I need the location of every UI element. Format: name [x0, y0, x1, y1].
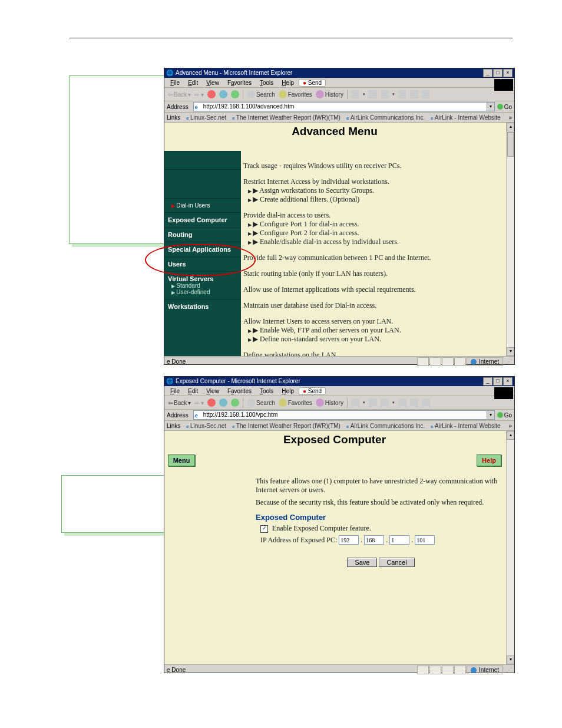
realplayer-button[interactable]	[410, 398, 418, 407]
mail-button[interactable]	[351, 398, 359, 407]
minimize-button[interactable]: _	[483, 377, 492, 386]
forward-button[interactable]: ⇨ ▾	[194, 400, 204, 406]
save-button[interactable]: Save	[347, 558, 377, 567]
vertical-scrollbar[interactable]: ▴ ▾	[506, 431, 514, 664]
scroll-down-button[interactable]: ▾	[507, 347, 514, 356]
scroll-up-button[interactable]: ▴	[507, 431, 514, 440]
enable-checkbox-label: Enable Exposed Computer feature.	[272, 524, 371, 532]
menu-help[interactable]: Help	[278, 388, 297, 394]
ip-octet-1[interactable]	[339, 535, 359, 545]
links-overflow[interactable]: »	[508, 114, 512, 121]
discuss-button[interactable]	[398, 398, 406, 407]
home-button[interactable]	[231, 398, 239, 407]
links-overflow[interactable]: »	[508, 423, 512, 429]
link-item[interactable]: AirLink Communications Inc.	[346, 114, 425, 121]
refresh-button[interactable]	[219, 398, 227, 407]
link-item[interactable]: AirLink Communications Inc.	[346, 423, 425, 429]
favorites-button[interactable]: Favorites	[279, 90, 312, 98]
go-button[interactable]: Go	[497, 104, 512, 110]
refresh-button[interactable]	[219, 90, 227, 98]
help-button[interactable]: Help	[477, 454, 501, 466]
nav-routing[interactable]: Routing	[168, 231, 193, 238]
address-dropdown[interactable]: ▾	[487, 103, 494, 111]
search-button[interactable]: Search	[247, 90, 275, 98]
menu-send[interactable]: Send	[299, 79, 326, 87]
nav-workstations[interactable]: Workstations	[168, 303, 209, 310]
ip-octet-3[interactable]	[389, 535, 409, 545]
scroll-thumb[interactable]	[507, 132, 514, 157]
back-button[interactable]: ⇦ Back ▾	[168, 400, 191, 406]
menu-favorites[interactable]: Favorites	[224, 388, 255, 394]
stop-button[interactable]	[207, 398, 216, 407]
menu-file[interactable]: File	[167, 80, 183, 86]
realplayer-button[interactable]	[410, 90, 418, 98]
title-bar: 🌐 Exposed Computer - Microsoft Internet …	[164, 377, 514, 386]
discuss-button[interactable]	[398, 90, 406, 98]
link-item[interactable]: The Internet Weather Report (IWR)(TM)	[232, 423, 340, 429]
menu-tools[interactable]: Tools	[256, 388, 277, 394]
cancel-button[interactable]: Cancel	[379, 558, 414, 567]
ip-octet-4[interactable]	[415, 535, 435, 545]
menu-edit[interactable]: Edit	[184, 388, 201, 394]
maximize-button[interactable]: □	[493, 377, 503, 386]
nav-virtual-servers[interactable]: Virtual Servers	[168, 275, 213, 282]
throbber-icon	[494, 387, 513, 399]
link-item[interactable]: AirLink - Internal Website	[431, 423, 500, 429]
menu-tools[interactable]: Tools	[256, 80, 277, 86]
menu-view[interactable]: View	[203, 80, 223, 86]
menu-file[interactable]: File	[167, 388, 183, 394]
nav-vs-standard[interactable]: Standard	[168, 282, 237, 289]
vertical-scrollbar[interactable]: ▴ ▾	[506, 123, 514, 356]
scroll-down-button[interactable]: ▾	[507, 655, 514, 664]
link-item[interactable]: The Internet Weather Report (IWR)(TM)	[232, 114, 340, 121]
print-button[interactable]	[369, 90, 377, 98]
minimize-button[interactable]: _	[483, 69, 492, 77]
resize-grip[interactable]: ⋰	[504, 667, 512, 673]
address-input[interactable]: http://192.168.1.100/advanced.htm ▾	[193, 102, 495, 111]
home-button[interactable]	[231, 90, 239, 98]
back-button[interactable]: ⇦ Back ▾	[168, 91, 191, 98]
scroll-up-button[interactable]: ▴	[507, 123, 514, 131]
nav-special-applications[interactable]: Special Applications	[168, 246, 231, 253]
menu-favorites[interactable]: Favorites	[224, 80, 255, 86]
messenger-button[interactable]	[422, 90, 430, 98]
print-button[interactable]	[369, 398, 377, 407]
menu-view[interactable]: View	[203, 388, 223, 394]
menu-help[interactable]: Help	[278, 80, 297, 86]
intro-paragraph-2: Because of the security risk, this featu…	[256, 498, 501, 507]
link-item[interactable]: AirLink - Internal Website	[431, 114, 500, 121]
forward-button[interactable]: ⇨ ▾	[194, 91, 204, 98]
history-button[interactable]: History	[316, 398, 343, 407]
search-button[interactable]: Search	[247, 398, 275, 407]
edit-button[interactable]	[381, 398, 389, 407]
messenger-button[interactable]	[422, 398, 430, 407]
link-item[interactable]: Linux-Sec.net	[186, 423, 226, 429]
link-item[interactable]: Linux-Sec.net	[186, 114, 226, 121]
close-button[interactable]: ×	[503, 377, 513, 386]
mail-button[interactable]	[351, 90, 359, 98]
nav-vs-user-defined[interactable]: User-defined	[168, 289, 237, 295]
history-button[interactable]: History	[316, 90, 343, 98]
nav-exposed-computer[interactable]: Exposed Computer	[168, 216, 227, 223]
close-button[interactable]: ×	[503, 69, 513, 77]
ip-octet-2[interactable]	[364, 535, 384, 545]
go-button[interactable]: Go	[497, 412, 512, 419]
enable-checkbox[interactable]: ✓	[260, 525, 268, 533]
ip-label: IP Address of Exposed PC:	[260, 536, 337, 544]
menu-edit[interactable]: Edit	[184, 80, 201, 86]
menu-bar: File Edit View Favorites Tools Help Send	[164, 78, 514, 88]
resize-grip[interactable]: ⋰	[504, 358, 512, 365]
maximize-button[interactable]: □	[493, 69, 503, 77]
page-content: Exposed Computer Menu Help This feature …	[164, 431, 514, 664]
menu-button[interactable]: Menu	[168, 454, 195, 466]
address-dropdown[interactable]: ▾	[487, 411, 494, 419]
nav-dial-in-users[interactable]: Dial-in Users	[168, 202, 237, 209]
address-input[interactable]: http://192.168.1.100/vpc.htm ▾	[193, 410, 495, 420]
nav-users[interactable]: Users	[168, 261, 186, 268]
favorites-button[interactable]: Favorites	[279, 398, 312, 407]
stop-button[interactable]	[207, 90, 216, 98]
menu-send[interactable]: Send	[299, 387, 326, 395]
window-title: Advanced Menu - Microsoft Internet Explo…	[176, 68, 292, 78]
edit-button[interactable]	[381, 90, 389, 98]
status-bar: e Done Internet ⋰	[164, 356, 514, 367]
